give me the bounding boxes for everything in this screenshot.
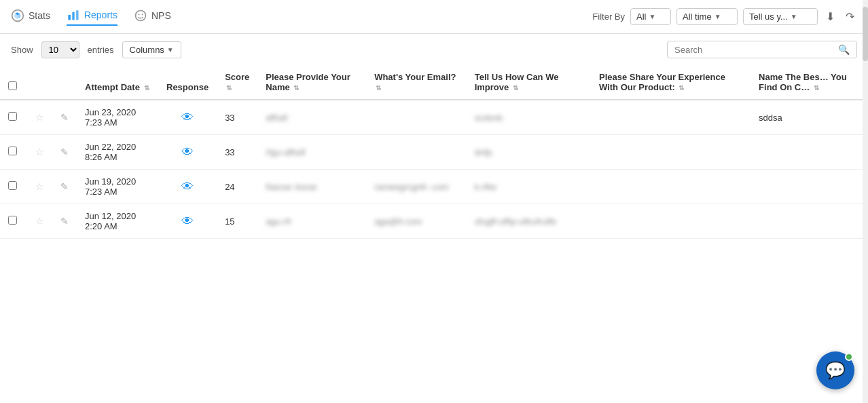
download-button[interactable]: ⬇: [823, 7, 837, 26]
header-score[interactable]: Score ⇅: [217, 65, 257, 100]
row-star-0[interactable]: ☆: [27, 100, 52, 135]
row-best-1: [751, 135, 868, 170]
svg-rect-3: [76, 10, 78, 20]
select-all-checkbox[interactable]: [8, 81, 17, 90]
edit-icon-1[interactable]: ✎: [60, 147, 69, 157]
header-name[interactable]: Please Provide Your Name ⇅: [257, 65, 366, 100]
sort-experience-icon: ⇅: [679, 84, 684, 92]
tell-us-filter-dropdown[interactable]: Tell us y... ▼: [743, 8, 818, 25]
row-score-1: 33: [217, 135, 257, 170]
row-date-3: Jun 12, 2020 2:20 AM: [77, 204, 158, 239]
header-email[interactable]: What's Your Email? ⇅: [366, 65, 467, 100]
filter-by-dropdown[interactable]: All ▼: [630, 8, 671, 25]
header-experience[interactable]: Please Share Your Experience With Our Pr…: [591, 65, 751, 100]
stats-icon: [11, 9, 24, 22]
edit-icon-2[interactable]: ✎: [60, 181, 69, 192]
search-box: 🔍: [667, 41, 857, 58]
row-response-3[interactable]: 👁: [158, 204, 217, 239]
row-response-0[interactable]: 👁: [158, 100, 217, 135]
row-date-2: Jun 19, 2020 7:23 AM: [77, 170, 158, 204]
row-name-3: agu-rfi: [257, 204, 366, 239]
search-input[interactable]: [674, 45, 838, 55]
row-improve-1: dnfp.: [467, 135, 591, 170]
columns-button[interactable]: Columns ▼: [122, 41, 181, 58]
nav-nps[interactable]: NPS: [134, 9, 171, 25]
eye-icon-0[interactable]: 👁: [181, 111, 194, 124]
star-icon-3[interactable]: ☆: [35, 216, 44, 227]
header-improve[interactable]: Tell Us How Can We Improve ⇅: [467, 65, 591, 100]
row-edit-2[interactable]: ✎: [52, 170, 77, 204]
row-checkbox-3[interactable]: [8, 216, 17, 225]
reports-icon: [67, 8, 80, 22]
row-checkbox-0[interactable]: [8, 112, 17, 121]
row-name-1: rfgu-affsdf: [257, 135, 366, 170]
row-star-2[interactable]: ☆: [27, 170, 52, 204]
row-experience-2: [591, 170, 751, 204]
top-navigation: Stats Reports NPS Filter By All ▼ All ti…: [0, 0, 868, 34]
header-response: Response: [158, 65, 217, 100]
star-icon-0[interactable]: ☆: [35, 112, 44, 123]
row-best-3: [751, 204, 868, 239]
nav-nps-label: NPS: [151, 10, 171, 21]
tell-us-chevron: ▼: [791, 13, 797, 20]
filter-by-chevron: ▼: [649, 13, 655, 20]
row-score-0: 33: [217, 100, 257, 135]
svg-rect-2: [72, 12, 74, 20]
edit-icon-3[interactable]: ✎: [60, 216, 69, 227]
entries-select[interactable]: 10 25 50 100: [41, 41, 79, 58]
sort-date-icon: ⇅: [144, 84, 149, 92]
row-improve-2: k-rfke: [467, 170, 591, 204]
row-edit-0[interactable]: ✎: [52, 100, 77, 135]
sort-score-icon: ⇅: [226, 84, 232, 92]
row-experience-1: [591, 135, 751, 170]
columns-chevron: ▼: [167, 46, 174, 54]
nav-reports[interactable]: Reports: [67, 8, 117, 26]
eye-icon-1[interactable]: 👁: [181, 145, 194, 159]
edit-icon-0[interactable]: ✎: [60, 112, 69, 123]
row-check-0: [0, 100, 27, 135]
star-icon-1[interactable]: ☆: [35, 147, 44, 157]
row-check-2: [0, 170, 27, 204]
sort-best-icon: ⇅: [814, 84, 819, 92]
filter-by-label: Filter By: [592, 12, 625, 22]
table-row: ☆ ✎ Jun 23, 2020 7:23 AM 👁 33 affrafi sc…: [0, 100, 868, 135]
eye-icon-3[interactable]: 👁: [181, 214, 194, 228]
time-filter-dropdown[interactable]: All time ▼: [676, 8, 738, 25]
svg-point-4: [135, 10, 145, 20]
share-button[interactable]: ↷: [843, 7, 857, 26]
sort-name-icon: ⇅: [293, 84, 299, 92]
show-label: Show: [11, 45, 33, 55]
row-response-1[interactable]: 👁: [158, 135, 217, 170]
star-icon-2[interactable]: ☆: [35, 181, 44, 192]
row-email-0: [366, 100, 467, 135]
row-email-2: rameegrcgnfr-.com: [366, 170, 467, 204]
filter-by-value: All: [636, 12, 646, 22]
sort-email-icon: ⇅: [376, 84, 381, 92]
header-attempt-date[interactable]: Attempt Date ⇅: [77, 65, 158, 100]
data-table: Attempt Date ⇅ Response Score ⇅ Please P…: [0, 65, 868, 239]
eye-icon-2[interactable]: 👁: [181, 180, 194, 193]
row-best-0: sddsa: [751, 100, 868, 135]
row-name-2: Nanue rtunar: [257, 170, 366, 204]
row-checkbox-1[interactable]: [8, 147, 17, 155]
row-star-1[interactable]: ☆: [27, 135, 52, 170]
nav-reports-label: Reports: [84, 9, 117, 20]
row-checkbox-2[interactable]: [8, 181, 17, 190]
row-date-1: Jun 22, 2020 8:26 AM: [77, 135, 158, 170]
row-score-3: 15: [217, 204, 257, 239]
table-toolbar: Show 10 25 50 100 entries Columns ▼ 🔍: [0, 34, 868, 65]
time-filter-value: All time: [683, 12, 712, 22]
row-star-3[interactable]: ☆: [27, 204, 52, 239]
row-date-0: Jun 23, 2020 7:23 AM: [77, 100, 158, 135]
row-response-2[interactable]: 👁: [158, 170, 217, 204]
page-scrollbar[interactable]: [863, 0, 868, 293]
row-improve-3: sfugff-ufftp-uftrufruffe: [467, 204, 591, 239]
header-best[interactable]: Name The Bes… You Find On C… ⇅: [751, 65, 868, 100]
search-icon: 🔍: [838, 44, 850, 55]
scrollbar-thumb[interactable]: [863, 7, 868, 61]
entries-label: entries: [88, 45, 114, 55]
nav-stats[interactable]: Stats: [11, 9, 50, 25]
row-edit-3[interactable]: ✎: [52, 204, 77, 239]
header-check: [0, 65, 27, 100]
row-edit-1[interactable]: ✎: [52, 135, 77, 170]
